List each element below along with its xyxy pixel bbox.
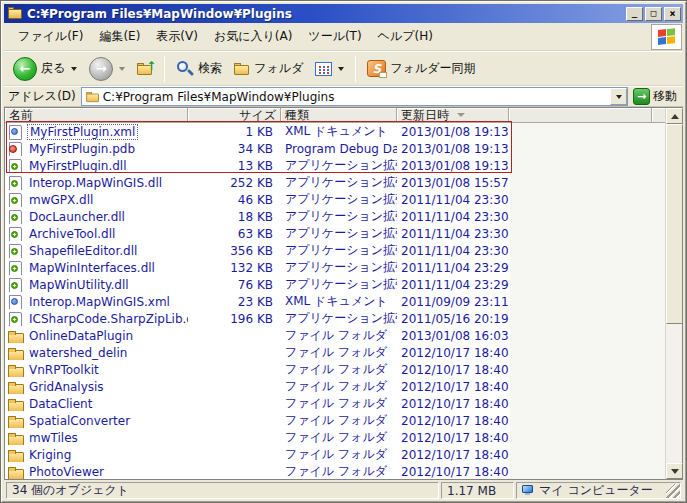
file-name[interactable]: MyFirstPlugin.pdb — [27, 142, 137, 156]
file-name[interactable]: watershed_delin — [27, 346, 129, 360]
file-name[interactable]: MapWinInterfaces.dll — [27, 261, 157, 275]
scroll-up-button[interactable] — [666, 108, 683, 124]
forward-dropdown-icon[interactable] — [119, 67, 125, 71]
file-row[interactable]: MyFirstPlugin.pdb 34 KB Program Debug Da… — [5, 140, 665, 157]
file-name[interactable]: ArchiveTool.dll — [27, 227, 117, 241]
file-row[interactable]: PhotoViewer ファイル フォルダ 2012/10/17 18:40 — [5, 463, 665, 479]
pdb-file-icon — [8, 142, 23, 156]
close-button[interactable]: × — [664, 7, 681, 21]
file-type: ファイル フォルダ — [281, 446, 397, 463]
column-header-size[interactable]: サイズ — [188, 108, 281, 123]
file-row[interactable]: watershed_delin ファイル フォルダ 2012/10/17 18:… — [5, 344, 665, 361]
file-row[interactable]: Interop.MapWinGIS.dll 252 KB アプリケーション拡張 … — [5, 174, 665, 191]
column-header-type[interactable]: 種類 — [281, 108, 397, 123]
file-row[interactable]: mwTiles ファイル フォルダ 2012/10/17 18:40 — [5, 429, 665, 446]
file-row[interactable]: Kriging ファイル フォルダ 2012/10/17 18:40 — [5, 446, 665, 463]
file-list-view: 名前 サイズ 種類 更新日時 MyFirstPlugin.xml 1 KB XM… — [4, 107, 683, 480]
file-name[interactable]: Interop.MapWinGIS.dll — [27, 176, 164, 190]
menu-file[interactable]: ファイル(F) — [10, 25, 91, 48]
resize-grip-icon[interactable] — [666, 484, 680, 498]
views-dropdown-icon[interactable] — [338, 67, 344, 71]
my-computer-icon — [522, 485, 534, 496]
file-name[interactable]: Kriging — [27, 448, 73, 462]
dll-file-icon — [8, 312, 23, 326]
file-row[interactable]: MyFirstPlugin.dll 13 KB アプリケーション拡張 2013/… — [5, 157, 665, 174]
address-input[interactable]: C:¥Program Files¥MapWindow¥Plugins — [103, 90, 610, 104]
file-type: XML ドキュメント — [281, 123, 397, 140]
maximize-button[interactable]: □ — [645, 7, 662, 21]
file-size: 23 KB — [188, 295, 281, 309]
menu-help[interactable]: ヘルプ(H) — [370, 25, 441, 48]
dll-file-icon — [8, 159, 23, 173]
file-row[interactable]: SpatialConverter ファイル フォルダ 2012/10/17 18… — [5, 412, 665, 429]
file-date: 2011/11/04 23:30 — [397, 227, 509, 241]
file-row[interactable]: VnRPToolkit ファイル フォルダ 2012/10/17 18:40 — [5, 361, 665, 378]
folders-button[interactable]: フォルダ — [230, 58, 307, 79]
file-row[interactable]: DataClient ファイル フォルダ 2012/10/17 18:40 — [5, 395, 665, 412]
file-size: 34 KB — [188, 142, 281, 156]
folder-sync-button[interactable]: S フォルダー同期 — [363, 58, 479, 79]
file-row[interactable]: mwGPX.dll 46 KB アプリケーション拡張 2011/11/04 23… — [5, 191, 665, 208]
file-date: 2013/01/08 15:57 — [397, 176, 509, 190]
file-name[interactable]: MyFirstPlugin.xml — [27, 124, 138, 140]
file-row[interactable]: OnlineDataPlugin ファイル フォルダ 2013/01/08 16… — [5, 327, 665, 344]
back-dropdown-icon[interactable] — [71, 67, 77, 71]
search-button[interactable]: 検索 — [172, 58, 226, 80]
file-date: 2011/09/09 23:11 — [397, 295, 509, 309]
forward-icon: → — [89, 57, 113, 81]
file-size: 76 KB — [188, 278, 281, 292]
forward-button[interactable]: → — [85, 55, 129, 83]
file-row[interactable]: ArchiveTool.dll 63 KB アプリケーション拡張 2011/11… — [5, 225, 665, 242]
file-type: ファイル フォルダ — [281, 463, 397, 479]
file-date: 2011/11/04 23:30 — [397, 210, 509, 224]
file-name[interactable]: MyFirstPlugin.dll — [27, 159, 129, 173]
file-name[interactable]: Interop.MapWinGIS.xml — [27, 295, 172, 309]
address-combo[interactable]: C:¥Program Files¥MapWindow¥Plugins — [81, 87, 628, 106]
title-bar[interactable]: C:¥Program Files¥MapWindow¥Plugins _ □ × — [4, 4, 683, 23]
file-name[interactable]: OnlineDataPlugin — [27, 329, 135, 343]
sort-descending-icon — [457, 113, 465, 117]
folder-icon — [8, 329, 23, 343]
file-row[interactable]: GridAnalysis ファイル フォルダ 2012/10/17 18:40 — [5, 378, 665, 395]
file-name[interactable]: ShapefileEditor.dll — [27, 244, 139, 258]
file-row[interactable]: DocLauncher.dll 18 KB アプリケーション拡張 2011/11… — [5, 208, 665, 225]
file-name[interactable]: PhotoViewer — [27, 465, 106, 479]
back-button[interactable]: ← 戻る — [9, 55, 81, 83]
go-button[interactable]: → 移動 — [633, 88, 679, 105]
file-row[interactable]: MyFirstPlugin.xml 1 KB XML ドキュメント 2013/0… — [5, 123, 665, 140]
folder-icon — [8, 380, 23, 394]
file-row[interactable]: MapWinInterfaces.dll 132 KB アプリケーション拡張 2… — [5, 259, 665, 276]
file-type: アプリケーション拡張 — [281, 174, 397, 191]
file-name[interactable]: ICSharpCode.SharpZipLib.dll — [27, 312, 188, 326]
column-header-date[interactable]: 更新日時 — [397, 108, 509, 123]
vertical-scrollbar[interactable] — [665, 108, 682, 479]
menu-favorites[interactable]: お気に入り(A) — [206, 25, 300, 48]
menu-view[interactable]: 表示(V) — [148, 25, 206, 48]
file-name[interactable]: VnRPToolkit — [27, 363, 101, 377]
file-name[interactable]: SpatialConverter — [27, 414, 132, 428]
folder-sync-icon: S — [367, 60, 386, 77]
file-name[interactable]: mwTiles — [27, 431, 80, 445]
file-name[interactable]: mwGPX.dll — [27, 193, 95, 207]
minimize-button[interactable]: _ — [626, 7, 643, 21]
scroll-down-button[interactable] — [666, 463, 683, 479]
file-type: アプリケーション拡張 — [281, 310, 397, 327]
status-bar: 34 個のオブジェクト 1.17 MB マイ コンピューター — [4, 480, 683, 501]
file-row[interactable]: ShapefileEditor.dll 356 KB アプリケーション拡張 20… — [5, 242, 665, 259]
file-name[interactable]: DocLauncher.dll — [27, 210, 127, 224]
menu-tools[interactable]: ツール(T) — [300, 25, 369, 48]
file-name[interactable]: DataClient — [27, 397, 94, 411]
folder-icon — [8, 431, 23, 445]
views-button[interactable] — [311, 60, 348, 78]
file-row[interactable]: ICSharpCode.SharpZipLib.dll 196 KB アプリケー… — [5, 310, 665, 327]
file-row[interactable]: MapWinUtility.dll 76 KB アプリケーション拡張 2011/… — [5, 276, 665, 293]
column-header-name[interactable]: 名前 — [5, 108, 188, 123]
scrollbar-thumb[interactable] — [666, 124, 683, 324]
file-size: 1 KB — [188, 125, 281, 139]
file-name[interactable]: MapWinUtility.dll — [27, 278, 131, 292]
up-button[interactable]: ↑ — [133, 61, 157, 77]
address-dropdown-button[interactable] — [610, 88, 627, 105]
file-row[interactable]: Interop.MapWinGIS.xml 23 KB XML ドキュメント 2… — [5, 293, 665, 310]
menu-edit[interactable]: 編集(E) — [91, 25, 148, 48]
file-name[interactable]: GridAnalysis — [27, 380, 106, 394]
